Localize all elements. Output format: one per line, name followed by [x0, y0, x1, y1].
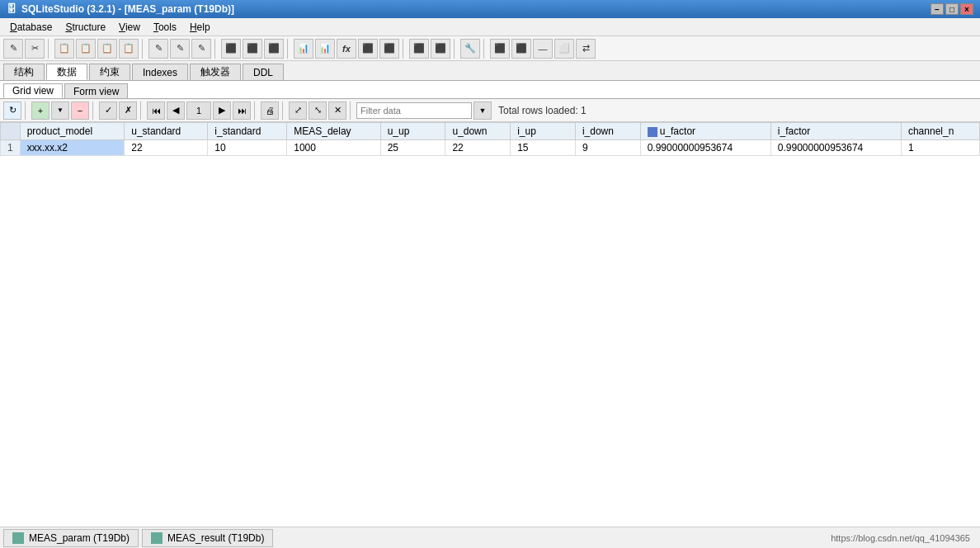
maximize-button[interactable]: □ — [945, 3, 959, 15]
tabs: 结构 数据 约束 Indexes 触发器 DDL — [0, 61, 980, 81]
dt-sep-4 — [254, 102, 257, 120]
print-button[interactable]: 🖨 — [261, 102, 279, 120]
clear-button[interactable]: ✕ — [328, 102, 346, 120]
minimize-button[interactable]: − — [931, 3, 944, 15]
filter-input[interactable] — [356, 102, 472, 119]
tb-sep-3 — [214, 39, 218, 59]
tab-structure[interactable]: 结构 — [3, 64, 45, 80]
table-cell-u_factor[interactable]: 0.99000000953674 — [640, 140, 770, 156]
toolbar-btn-24[interactable]: ⇄ — [576, 39, 596, 59]
toolbar-btn-17[interactable]: ⬛ — [409, 39, 429, 59]
col-header-meas-delay[interactable]: MEAS_delay — [287, 123, 380, 140]
toolbar-btn-2[interactable]: ✂ — [25, 39, 45, 59]
dt-sep-2 — [92, 102, 96, 120]
close-button[interactable]: × — [960, 3, 973, 15]
col-header-rownum — [1, 123, 21, 140]
commit-button[interactable]: ✓ — [99, 102, 117, 120]
statusbar-tab-label-1: MEAS_param (T19Db) — [29, 532, 130, 544]
table-cell-u_down[interactable]: 22 — [445, 140, 511, 156]
toolbar-btn-16[interactable]: ⬛ — [379, 39, 399, 59]
menu-help[interactable]: Help — [183, 20, 217, 35]
table-cell-i_up[interactable]: 15 — [511, 140, 576, 156]
toolbar-btn-5[interactable]: 📋 — [97, 39, 117, 59]
tab-indexes[interactable]: Indexes — [132, 64, 188, 80]
dt-sep-1 — [25, 102, 28, 120]
toolbar-btn-8[interactable]: ✎ — [170, 39, 190, 59]
table-cell-i_factor[interactable]: 0.99000000953674 — [770, 140, 901, 156]
status-url: https://blog.csdn.net/qq_41094365 — [831, 533, 970, 543]
next-page-button[interactable]: ▶ — [213, 102, 231, 120]
last-page-button[interactable]: ⏭ — [233, 102, 251, 120]
toolbar-btn-22[interactable]: — — [533, 39, 553, 59]
menu-view[interactable]: View — [112, 20, 147, 35]
rollback-button[interactable]: ✗ — [119, 102, 137, 120]
col-header-channel-n[interactable]: channel_n — [901, 123, 979, 140]
col-header-i-standard[interactable]: i_standard — [208, 123, 287, 140]
toolbar-btn-11[interactable]: ⬛ — [243, 39, 262, 59]
dt-sep-5 — [282, 102, 285, 120]
table-cell-u_up[interactable]: 25 — [380, 140, 445, 156]
statusbar-tab-label-2: MEAS_result (T19Db) — [167, 532, 264, 544]
toolbar-btn-fx[interactable]: fx — [337, 39, 356, 59]
toolbar-btn-19[interactable]: 🔧 — [460, 39, 480, 59]
table-header-row: product_model u_standard i_standard MEAS… — [1, 123, 980, 140]
toolbar-btn-20[interactable]: ⬛ — [490, 39, 510, 59]
delete-row-button[interactable]: − — [71, 102, 89, 120]
tab-ddl[interactable]: DDL — [243, 64, 284, 80]
table-cell-channel_n[interactable]: 1 — [901, 140, 979, 156]
vtab-form[interactable]: Form view — [64, 83, 128, 98]
toolbar-btn-3[interactable]: 📋 — [54, 39, 74, 59]
table-cell-i_standard[interactable]: 10 — [208, 140, 287, 156]
first-page-button[interactable]: ⏮ — [147, 102, 165, 120]
toolbar-btn-23[interactable]: ⬜ — [554, 39, 574, 59]
toolbar-btn-12[interactable]: ⬛ — [264, 39, 284, 59]
col-icon-u-factor — [648, 127, 657, 137]
table-cell-product_model[interactable]: xxx.xx.x2 — [20, 140, 125, 156]
col-header-i-down[interactable]: i_down — [575, 123, 640, 140]
col-header-u-up[interactable]: u_up — [380, 123, 445, 140]
col-header-product-model[interactable]: product_model — [20, 123, 125, 140]
col-header-i-up[interactable]: i_up — [511, 123, 576, 140]
row-count-label: Total rows loaded: 1 — [498, 105, 587, 116]
table-container: product_model u_standard i_standard MEAS… — [0, 122, 980, 527]
add-row-button[interactable]: + — [31, 102, 49, 120]
prev-page-button[interactable]: ◀ — [167, 102, 185, 120]
col-header-i-factor[interactable]: i_factor — [770, 123, 901, 140]
toolbar-btn-7[interactable]: ✎ — [148, 39, 168, 59]
page-number[interactable]: 1 — [186, 102, 211, 120]
toolbar-btn-13[interactable]: 📊 — [294, 39, 313, 59]
data-toolbar: ↻ + ▼ − ✓ ✗ ⏮ ◀ 1 ▶ ⏭ 🖨 ⤢ ⤡ ✕ ▼ Total ro… — [0, 99, 980, 122]
menu-tools[interactable]: Tools — [147, 20, 183, 35]
toolbar-btn-9[interactable]: ✎ — [191, 39, 211, 59]
col-header-u-down[interactable]: u_down — [445, 123, 511, 140]
toolbar-btn-15[interactable]: ⬛ — [358, 39, 378, 59]
menu-database[interactable]: Database — [3, 20, 59, 35]
tab-constraints[interactable]: 约束 — [89, 64, 130, 80]
tab-triggers[interactable]: 触发器 — [190, 64, 241, 80]
col-header-u-standard[interactable]: u_standard — [125, 123, 208, 140]
statusbar-tab-meas-param[interactable]: MEAS_param (T19Db) — [3, 529, 139, 547]
table-cell-MEAS_delay[interactable]: 1000 — [287, 140, 380, 156]
toolbar-btn-18[interactable]: ⬛ — [431, 39, 450, 59]
refresh-button[interactable]: ↻ — [3, 102, 21, 120]
statusbar-tab-meas-result[interactable]: MEAS_result (T19Db) — [142, 529, 273, 547]
toolbar-btn-10[interactable]: ⬛ — [221, 39, 241, 59]
toolbar-btn-4[interactable]: 📋 — [76, 39, 96, 59]
toolbar-btn-14[interactable]: 📊 — [315, 39, 335, 59]
tb-sep-1 — [48, 39, 51, 59]
tb-sep-6 — [454, 39, 457, 59]
table-cell-i_down[interactable]: 9 — [575, 140, 640, 156]
add-row-dropdown[interactable]: ▼ — [51, 102, 69, 120]
toolbar-btn-21[interactable]: ⬛ — [511, 39, 531, 59]
expand-button[interactable]: ⤢ — [289, 102, 307, 120]
tab-data[interactable]: 数据 — [46, 64, 87, 80]
table-cell-u_standard[interactable]: 22 — [125, 140, 208, 156]
col-header-u-factor[interactable]: u_factor — [640, 123, 770, 140]
vtab-grid[interactable]: Grid view — [3, 83, 63, 98]
toolbar-btn-1[interactable]: ✎ — [3, 39, 23, 59]
collapse-button[interactable]: ⤡ — [309, 102, 327, 120]
filter-icon[interactable]: ▼ — [474, 102, 492, 120]
toolbar-btn-6[interactable]: 📋 — [119, 39, 139, 59]
menu-structure[interactable]: Structure — [59, 20, 112, 35]
titlebar-controls: − □ × — [931, 3, 973, 15]
